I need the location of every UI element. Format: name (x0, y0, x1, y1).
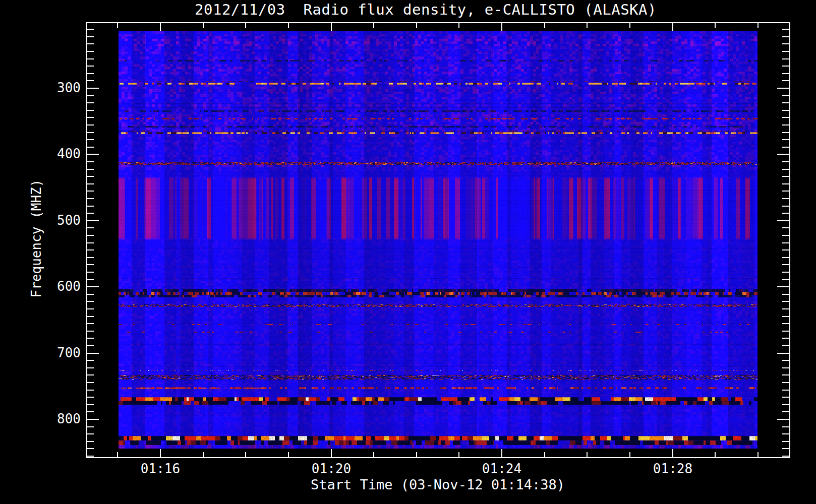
y-minor-tick-left-32 (87, 323, 94, 324)
x-major-tick-bottom-4 (331, 449, 332, 457)
y-major-tick-left-18 (87, 220, 99, 221)
y-minor-tick-left-48 (87, 441, 94, 442)
x-minor-tick-top-13 (715, 23, 716, 28)
y-minor-tick-right-13 (782, 183, 789, 184)
y-minor-tick-right-33 (782, 331, 789, 332)
x-minor-tick-bottom--1 (117, 452, 118, 457)
y-minor-tick-right-15 (782, 198, 789, 199)
y-minor-tick-right-8 (782, 147, 789, 148)
y-major-tick-left-36 (87, 353, 99, 354)
y-minor-tick-left-37 (87, 360, 94, 361)
y-minor-tick-left-13 (87, 183, 94, 184)
y-tick-label-800: 800 (35, 411, 81, 426)
y-major-tick-left-27 (87, 286, 99, 287)
y-minor-tick-left-14 (87, 191, 94, 192)
y-minor-tick-left-30 (87, 308, 94, 309)
y-minor-tick-right-48 (782, 441, 789, 442)
chart-title: 2012/11/03 Radio flux density, e-CALLIST… (105, 1, 746, 18)
y-minor-tick-left-2 (87, 102, 94, 103)
y-minor-tick-left--1 (87, 80, 94, 81)
y-minor-tick-left-39 (87, 374, 94, 375)
y-minor-tick-right-6 (782, 132, 789, 133)
y-minor-tick-left-31 (87, 316, 94, 317)
y-major-tick-left-0 (87, 88, 99, 89)
x-minor-tick-bottom-14 (757, 452, 759, 457)
x-major-tick-top-4 (331, 23, 332, 31)
x-major-tick-bottom-8 (501, 449, 502, 457)
y-minor-tick-left-29 (87, 301, 94, 302)
x-minor-tick-bottom-2 (245, 452, 246, 457)
y-minor-tick-right-7 (782, 139, 789, 140)
x-minor-tick-bottom-3 (288, 452, 289, 457)
y-minor-tick-left-1 (87, 95, 94, 96)
x-minor-tick-bottom-7 (458, 452, 459, 457)
y-minor-tick-right--8 (782, 29, 789, 30)
y-minor-tick-right-32 (782, 323, 789, 324)
x-minor-tick-top-7 (458, 23, 459, 28)
x-minor-tick-top-11 (629, 23, 630, 28)
y-tick-label-400: 400 (35, 146, 81, 161)
y-minor-tick-left-19 (87, 227, 94, 228)
y-minor-tick-left--7 (87, 36, 94, 37)
y-minor-tick-right-50 (782, 456, 789, 457)
y-minor-tick-right--3 (782, 66, 789, 67)
y-minor-tick-right-38 (782, 367, 789, 368)
y-minor-tick-left-3 (87, 110, 94, 111)
x-major-tick-top-0 (160, 23, 161, 31)
x-minor-tick-bottom-5 (373, 452, 374, 457)
x-major-tick-bottom-12 (672, 449, 673, 457)
y-minor-tick-right-26 (782, 279, 789, 280)
y-minor-tick-right-12 (782, 176, 789, 177)
y-minor-tick-right--6 (782, 43, 789, 44)
y-minor-tick-right--2 (782, 73, 789, 74)
y-minor-tick-right-46 (782, 426, 789, 427)
x-minor-tick-top-14 (757, 23, 759, 28)
y-minor-tick-right-29 (782, 301, 789, 302)
y-minor-tick-right-10 (782, 161, 789, 162)
y-minor-tick-right--5 (782, 51, 789, 52)
y-minor-tick-right-28 (782, 294, 789, 295)
y-minor-tick-right-14 (782, 191, 789, 192)
x-axis-title: Start Time (03-Nov-12 01:14:38) (236, 477, 639, 492)
x-tick-label-01:16: 01:16 (125, 461, 196, 476)
y-minor-tick-right-22 (782, 249, 789, 250)
y-minor-tick-left-34 (87, 338, 94, 339)
y-minor-tick-left-23 (87, 257, 94, 258)
y-minor-tick-right-49 (782, 448, 789, 449)
y-major-tick-right-45 (777, 419, 789, 420)
x-minor-tick-top-9 (544, 23, 545, 28)
y-minor-tick-left-10 (87, 161, 94, 162)
x-tick-label-01:24: 01:24 (467, 461, 537, 476)
y-minor-tick-right-31 (782, 316, 789, 317)
y-minor-tick-left-49 (87, 448, 94, 449)
y-minor-tick-left-50 (87, 456, 94, 457)
spectrogram-page: 2012/11/03 Radio flux density, e-CALLIST… (0, 0, 816, 504)
y-minor-tick-right-11 (782, 169, 789, 170)
x-minor-tick-top-5 (373, 23, 374, 28)
y-minor-tick-right-41 (782, 390, 789, 391)
y-minor-tick-right-23 (782, 257, 789, 258)
x-minor-tick-bottom-1 (203, 452, 204, 457)
y-minor-tick-right--1 (782, 80, 789, 81)
y-minor-tick-right-4 (782, 117, 789, 118)
y-minor-tick-left-24 (87, 264, 94, 265)
y-minor-tick-right-19 (782, 227, 789, 228)
y-minor-tick-right--4 (782, 58, 789, 59)
y-major-tick-right-36 (777, 353, 789, 354)
y-minor-tick-left-47 (87, 433, 94, 434)
y-minor-tick-right-44 (782, 411, 789, 412)
y-minor-tick-right-21 (782, 242, 789, 243)
y-minor-tick-left--3 (87, 66, 94, 67)
y-minor-tick-left-25 (87, 272, 94, 273)
y-minor-tick-left-44 (87, 411, 94, 412)
y-minor-tick-right-30 (782, 308, 789, 309)
y-minor-tick-left-43 (87, 404, 94, 405)
y-minor-tick-left--2 (87, 73, 94, 74)
x-tick-label-01:20: 01:20 (296, 461, 367, 476)
y-minor-tick-right-16 (782, 206, 789, 207)
x-minor-tick-bottom-10 (587, 452, 588, 457)
y-minor-tick-right-42 (782, 397, 789, 398)
y-tick-label-300: 300 (35, 80, 81, 95)
y-minor-tick-left-38 (87, 367, 94, 368)
y-tick-label-600: 600 (35, 279, 81, 294)
